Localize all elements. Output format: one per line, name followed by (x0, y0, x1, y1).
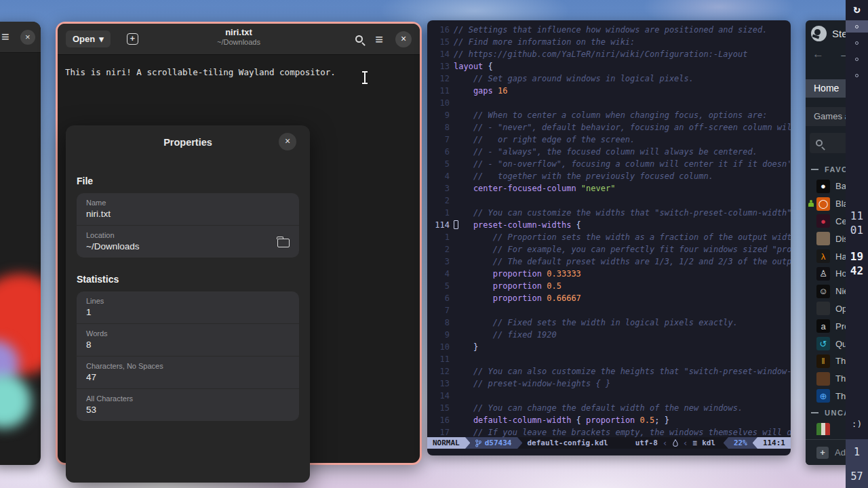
search-icon[interactable] (355, 35, 363, 43)
line-number: 6 (427, 146, 450, 158)
menu-icon[interactable]: ≡ (1, 29, 9, 45)
code-line[interactable]: 114 preset-column-widths { (427, 219, 791, 231)
line-number: 6 (427, 292, 450, 304)
property-label: Location (86, 231, 290, 239)
property-row: Location~/Downloads (77, 225, 299, 258)
code-line[interactable]: 10 (427, 97, 791, 109)
game-icon: ⊕ (816, 389, 830, 403)
back-arrow-icon[interactable]: ← (812, 47, 824, 61)
code-area[interactable]: 16// Settings that influence how windows… (427, 24, 791, 439)
folder-open-icon[interactable] (277, 239, 290, 247)
code-line[interactable]: 4 proportion 0.33333 (427, 268, 791, 280)
code-line[interactable]: 2 (427, 195, 791, 207)
code-line[interactable]: 5 // - "on-overflow", focusing a column … (427, 158, 791, 170)
code-line[interactable]: 7 (427, 304, 791, 317)
code-line[interactable]: 9 // When to center a column when changi… (427, 109, 791, 121)
property-label: Characters, No Spaces (86, 362, 290, 370)
code-line[interactable]: 13 // preset-window-heights { } (427, 378, 791, 390)
line-number: 10 (427, 97, 450, 109)
code-line[interactable]: 9 // fixed 1920 (427, 329, 791, 341)
time-hour: 19 (846, 249, 868, 264)
code-line[interactable]: 12 // You can also customize the heights… (427, 365, 791, 378)
code-line[interactable]: 3 center-focused-column "never" (427, 182, 791, 195)
property-label: All Characters (86, 394, 290, 403)
line-number: 4 (427, 268, 450, 280)
game-icon: λ (816, 249, 830, 263)
date-day: 01 (846, 223, 868, 237)
vim-editor-window[interactable]: 16// Settings that influence how windows… (427, 20, 791, 455)
code-line[interactable]: 11 (427, 353, 791, 365)
text-cursor-pointer (364, 72, 366, 83)
game-icon[interactable] (816, 423, 830, 435)
line-number: 12 (427, 365, 450, 378)
main-menu-icon[interactable]: ≡ (375, 33, 383, 46)
game-icon: ◯ (816, 197, 830, 211)
indicator-value: 1 (846, 446, 868, 458)
filetype: kdl (702, 439, 715, 447)
line-number: 12 (427, 73, 450, 85)
property-list: Nameniri.txtLocation~/Downloads (77, 193, 299, 258)
code-line[interactable]: 15 // You can change the default width o… (427, 402, 791, 414)
code-line[interactable]: 16 default-column-width { proportion 0.5… (427, 414, 791, 426)
workspace-dot[interactable] (846, 69, 868, 81)
friend-in-game-icon (808, 200, 814, 207)
close-icon[interactable]: × (20, 30, 35, 45)
property-value: 53 (86, 405, 290, 415)
code-line[interactable]: 14 (427, 390, 791, 402)
line-number: 7 (427, 134, 450, 146)
workspace-indicators (846, 20, 868, 81)
code-line[interactable]: 15// Find more information on the wiki: (427, 36, 791, 48)
workspace-dot[interactable] (846, 53, 868, 65)
git-branch-segment: d57434 (470, 437, 517, 449)
properties-dialog: Properties × FileNameniri.txtLocation~/D… (66, 125, 310, 483)
plus-icon: + (816, 447, 829, 459)
code-line[interactable]: 16// Settings that influence how windows… (427, 24, 791, 36)
steam-logo-icon (811, 26, 827, 41)
close-window-button[interactable]: × (395, 31, 412, 47)
code-line[interactable]: 11 gaps 16 (427, 85, 791, 97)
game-label: Th (835, 373, 846, 384)
open-button[interactable]: Open ▾ (66, 30, 111, 47)
property-row: All Characters53 (77, 388, 299, 421)
line-number: 2 (427, 195, 450, 207)
property-list: Lines1Words8Characters, No Spaces47All C… (77, 291, 299, 421)
code-line[interactable]: 6 // - "always", the focused column will… (427, 146, 791, 158)
game-icon: ♙ (816, 267, 830, 281)
vim-mode-indicator: NORMAL (427, 437, 465, 449)
separator: ‹ (663, 438, 668, 448)
property-label: Name (86, 199, 290, 207)
property-value: 8 (86, 340, 290, 350)
line-number: 1 (427, 207, 450, 219)
background-window[interactable]: ≡ × (0, 22, 41, 465)
code-line[interactable]: 4 // together with the previously focuse… (427, 170, 791, 182)
dialog-close-button[interactable]: × (279, 133, 296, 150)
code-line[interactable]: 10 } (427, 341, 791, 353)
code-line[interactable]: 8 // Fixed sets the width in logical pix… (427, 317, 791, 329)
property-row: Nameniri.txt (77, 193, 299, 225)
search-icon (816, 140, 823, 146)
workspace-dot[interactable] (846, 20, 868, 33)
workspace-dot[interactable] (846, 37, 868, 49)
filename-segment: default-config.kdl utf-8 ‹ ‹ ≡ kdl (522, 437, 724, 449)
code-line[interactable]: 2 // For example, you can perfectly fit … (427, 243, 791, 256)
line-number: 7 (427, 304, 450, 317)
code-line[interactable]: 7 // or right edge of the screen. (427, 134, 791, 146)
code-line[interactable]: 14// https://github.com/YaLTeR/niri/wiki… (427, 48, 791, 60)
game-icon: ☺ (816, 285, 830, 298)
new-tab-button[interactable]: + (127, 33, 138, 45)
code-line[interactable]: 1 // You can customize the widths that "… (427, 207, 791, 219)
property-value: 1 (86, 307, 290, 317)
code-line[interactable]: 3 // The default preset widths are 1/3, … (427, 256, 791, 268)
code-line[interactable]: 6 proportion 0.66667 (427, 292, 791, 304)
separator: ‹ (683, 438, 688, 448)
code-line[interactable]: 5 proportion 0.5 (427, 280, 791, 292)
code-line[interactable]: 12 // Set gaps around windows in logical… (427, 73, 791, 85)
code-line[interactable]: 1 // Proportion sets the width as a frac… (427, 231, 791, 243)
property-value: niri.txt (86, 209, 290, 219)
line-number: 14 (427, 48, 450, 60)
code-line[interactable]: 13layout { (427, 60, 791, 73)
line-number: 5 (427, 158, 450, 170)
power-icon[interactable]: ↻ (846, 0, 868, 16)
game-icon: ‖ (816, 354, 830, 368)
code-line[interactable]: 8 // - "never", default behavior, focusi… (427, 121, 791, 134)
